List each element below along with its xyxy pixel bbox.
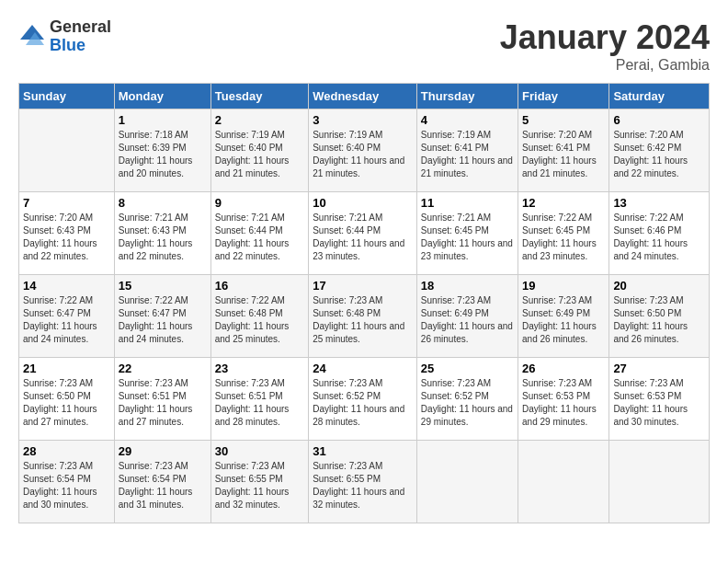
week-row-3: 14Sunrise: 7:22 AM Sunset: 6:47 PM Dayli… xyxy=(19,275,710,358)
calendar-cell: 10Sunrise: 7:21 AM Sunset: 6:44 PM Dayli… xyxy=(309,192,417,275)
calendar-cell: 16Sunrise: 7:22 AM Sunset: 6:48 PM Dayli… xyxy=(210,275,308,358)
day-number: 3 xyxy=(313,113,413,127)
calendar-cell: 9Sunrise: 7:21 AM Sunset: 6:44 PM Daylig… xyxy=(210,192,308,275)
calendar-cell xyxy=(518,441,609,523)
day-info: Sunrise: 7:23 AM Sunset: 6:52 PM Dayligh… xyxy=(313,377,413,429)
day-number: 11 xyxy=(421,196,514,210)
day-info: Sunrise: 7:22 AM Sunset: 6:47 PM Dayligh… xyxy=(119,294,207,346)
day-info: Sunrise: 7:23 AM Sunset: 6:51 PM Dayligh… xyxy=(215,377,304,429)
day-info: Sunrise: 7:22 AM Sunset: 6:46 PM Dayligh… xyxy=(613,212,705,263)
day-info: Sunrise: 7:23 AM Sunset: 6:55 PM Dayligh… xyxy=(313,460,413,511)
day-number: 4 xyxy=(421,113,514,127)
day-number: 18 xyxy=(421,279,514,293)
calendar-cell: 26Sunrise: 7:23 AM Sunset: 6:53 PM Dayli… xyxy=(518,358,609,441)
day-info: Sunrise: 7:20 AM Sunset: 6:41 PM Dayligh… xyxy=(522,129,605,180)
day-number: 16 xyxy=(215,279,304,293)
day-number: 27 xyxy=(613,362,705,375)
day-info: Sunrise: 7:22 AM Sunset: 6:48 PM Dayligh… xyxy=(215,294,304,346)
col-header-friday: Friday xyxy=(518,84,609,109)
day-number: 12 xyxy=(522,196,605,210)
calendar-cell: 23Sunrise: 7:23 AM Sunset: 6:51 PM Dayli… xyxy=(210,358,308,441)
day-number: 13 xyxy=(613,196,705,210)
day-info: Sunrise: 7:21 AM Sunset: 6:45 PM Dayligh… xyxy=(421,212,514,263)
day-info: Sunrise: 7:20 AM Sunset: 6:42 PM Dayligh… xyxy=(613,129,705,180)
day-info: Sunrise: 7:23 AM Sunset: 6:55 PM Dayligh… xyxy=(215,460,304,511)
day-number: 23 xyxy=(215,362,304,375)
day-info: Sunrise: 7:18 AM Sunset: 6:39 PM Dayligh… xyxy=(119,129,207,180)
day-number: 6 xyxy=(613,113,705,127)
calendar-cell: 28Sunrise: 7:23 AM Sunset: 6:54 PM Dayli… xyxy=(19,441,115,523)
calendar-cell: 6Sunrise: 7:20 AM Sunset: 6:42 PM Daylig… xyxy=(609,109,710,192)
calendar-cell: 24Sunrise: 7:23 AM Sunset: 6:52 PM Dayli… xyxy=(309,358,417,441)
col-header-tuesday: Tuesday xyxy=(210,84,308,109)
logo-blue: Blue xyxy=(50,37,111,55)
day-number: 17 xyxy=(313,279,413,293)
col-header-wednesday: Wednesday xyxy=(309,84,417,109)
day-info: Sunrise: 7:23 AM Sunset: 6:48 PM Dayligh… xyxy=(313,294,413,346)
day-number: 15 xyxy=(119,279,207,293)
day-info: Sunrise: 7:23 AM Sunset: 6:52 PM Dayligh… xyxy=(421,377,514,429)
calendar-cell: 1Sunrise: 7:18 AM Sunset: 6:39 PM Daylig… xyxy=(114,109,210,192)
week-row-1: 1Sunrise: 7:18 AM Sunset: 6:39 PM Daylig… xyxy=(19,109,710,192)
calendar-cell: 31Sunrise: 7:23 AM Sunset: 6:55 PM Dayli… xyxy=(309,441,417,523)
day-info: Sunrise: 7:20 AM Sunset: 6:43 PM Dayligh… xyxy=(23,212,110,263)
week-row-4: 21Sunrise: 7:23 AM Sunset: 6:50 PM Dayli… xyxy=(19,358,710,441)
day-info: Sunrise: 7:23 AM Sunset: 6:53 PM Dayligh… xyxy=(522,377,605,429)
col-header-saturday: Saturday xyxy=(609,84,710,109)
day-info: Sunrise: 7:23 AM Sunset: 6:49 PM Dayligh… xyxy=(522,294,605,346)
week-row-5: 28Sunrise: 7:23 AM Sunset: 6:54 PM Dayli… xyxy=(19,441,710,523)
calendar-cell: 15Sunrise: 7:22 AM Sunset: 6:47 PM Dayli… xyxy=(114,275,210,358)
day-info: Sunrise: 7:22 AM Sunset: 6:45 PM Dayligh… xyxy=(522,212,605,263)
page-header: General Blue January 2024 Perai, Gambia xyxy=(18,18,710,74)
day-number: 20 xyxy=(613,279,705,293)
day-number: 7 xyxy=(23,196,110,210)
calendar-cell: 13Sunrise: 7:22 AM Sunset: 6:46 PM Dayli… xyxy=(609,192,710,275)
logo: General Blue xyxy=(18,18,111,55)
calendar-cell: 4Sunrise: 7:19 AM Sunset: 6:41 PM Daylig… xyxy=(416,109,518,192)
location: Perai, Gambia xyxy=(500,57,710,74)
calendar-cell: 11Sunrise: 7:21 AM Sunset: 6:45 PM Dayli… xyxy=(416,192,518,275)
day-info: Sunrise: 7:23 AM Sunset: 6:53 PM Dayligh… xyxy=(613,377,705,429)
calendar-cell: 20Sunrise: 7:23 AM Sunset: 6:50 PM Dayli… xyxy=(609,275,710,358)
day-number: 8 xyxy=(119,196,207,210)
day-number: 14 xyxy=(23,279,110,293)
day-number: 30 xyxy=(215,444,304,458)
logo-general: General xyxy=(50,18,111,37)
day-info: Sunrise: 7:23 AM Sunset: 6:51 PM Dayligh… xyxy=(119,377,207,429)
calendar-cell: 14Sunrise: 7:22 AM Sunset: 6:47 PM Dayli… xyxy=(19,275,115,358)
calendar-cell: 30Sunrise: 7:23 AM Sunset: 6:55 PM Dayli… xyxy=(210,441,308,523)
day-info: Sunrise: 7:21 AM Sunset: 6:44 PM Dayligh… xyxy=(215,212,304,263)
day-number: 21 xyxy=(23,362,110,375)
calendar-cell: 7Sunrise: 7:20 AM Sunset: 6:43 PM Daylig… xyxy=(19,192,115,275)
calendar-cell: 18Sunrise: 7:23 AM Sunset: 6:49 PM Dayli… xyxy=(416,275,518,358)
calendar-cell xyxy=(416,441,518,523)
col-header-sunday: Sunday xyxy=(19,84,115,109)
day-info: Sunrise: 7:19 AM Sunset: 6:41 PM Dayligh… xyxy=(421,129,514,180)
calendar-cell: 12Sunrise: 7:22 AM Sunset: 6:45 PM Dayli… xyxy=(518,192,609,275)
calendar-cell: 8Sunrise: 7:21 AM Sunset: 6:43 PM Daylig… xyxy=(114,192,210,275)
day-info: Sunrise: 7:22 AM Sunset: 6:47 PM Dayligh… xyxy=(23,294,110,346)
day-info: Sunrise: 7:23 AM Sunset: 6:49 PM Dayligh… xyxy=(421,294,514,346)
col-header-thursday: Thursday xyxy=(416,84,518,109)
day-number: 28 xyxy=(23,444,110,458)
calendar-cell: 21Sunrise: 7:23 AM Sunset: 6:50 PM Dayli… xyxy=(19,358,115,441)
day-number: 5 xyxy=(522,113,605,127)
day-info: Sunrise: 7:23 AM Sunset: 6:54 PM Dayligh… xyxy=(23,460,110,511)
day-number: 31 xyxy=(313,444,413,458)
day-info: Sunrise: 7:21 AM Sunset: 6:44 PM Dayligh… xyxy=(313,212,413,263)
day-info: Sunrise: 7:19 AM Sunset: 6:40 PM Dayligh… xyxy=(215,129,304,180)
day-info: Sunrise: 7:23 AM Sunset: 6:50 PM Dayligh… xyxy=(23,377,110,429)
calendar-cell xyxy=(19,109,115,192)
header-row: SundayMondayTuesdayWednesdayThursdayFrid… xyxy=(19,84,710,109)
day-number: 29 xyxy=(119,444,207,458)
day-info: Sunrise: 7:21 AM Sunset: 6:43 PM Dayligh… xyxy=(119,212,207,263)
calendar-cell: 22Sunrise: 7:23 AM Sunset: 6:51 PM Dayli… xyxy=(114,358,210,441)
calendar-cell: 17Sunrise: 7:23 AM Sunset: 6:48 PM Dayli… xyxy=(309,275,417,358)
calendar-cell xyxy=(609,441,710,523)
day-number: 25 xyxy=(421,362,514,375)
title-area: January 2024 Perai, Gambia xyxy=(500,18,710,74)
logo-icon xyxy=(18,23,46,51)
calendar-cell: 3Sunrise: 7:19 AM Sunset: 6:40 PM Daylig… xyxy=(309,109,417,192)
day-number: 10 xyxy=(313,196,413,210)
day-number: 22 xyxy=(119,362,207,375)
